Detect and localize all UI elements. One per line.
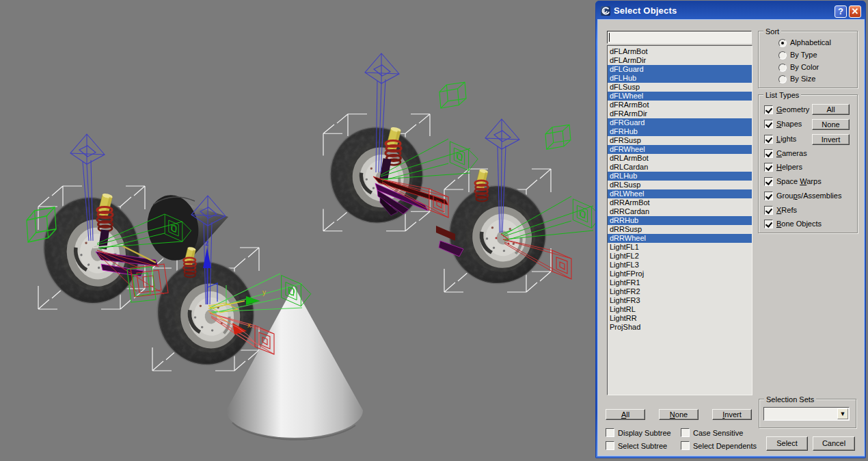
svg-text:y: y <box>262 289 266 296</box>
svg-text:x: x <box>247 321 251 329</box>
svg-text:z: z <box>205 239 208 247</box>
